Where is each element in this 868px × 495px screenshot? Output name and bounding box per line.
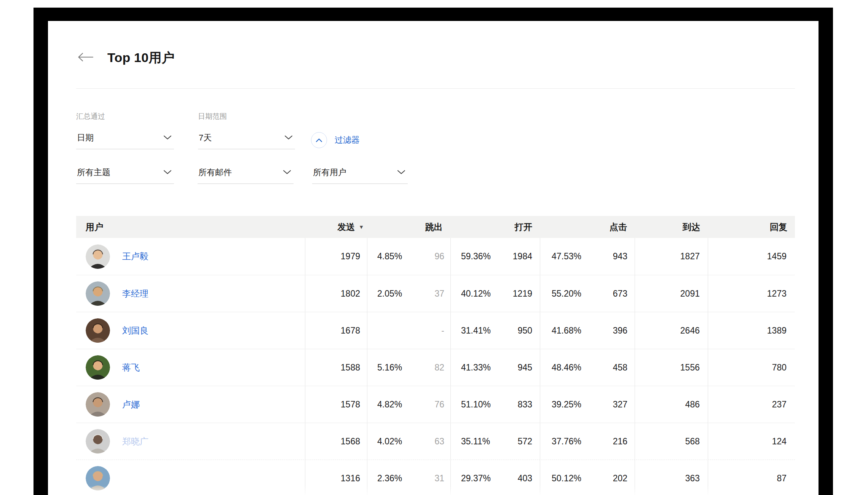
user-cell: 郑晓广 — [76, 423, 305, 460]
bounce-count: 31 — [434, 473, 444, 484]
click-cell: 48.46% 458 — [540, 349, 635, 386]
bounce-count: 82 — [434, 362, 444, 373]
click-count: 673 — [613, 289, 627, 299]
open-percent: 59.36% — [461, 251, 491, 262]
user-cell: 王卢毅 — [76, 238, 305, 275]
delivered-cell: 2091 — [635, 275, 708, 312]
user-name-link[interactable]: 郑晓广 — [122, 436, 148, 447]
sent-cell: 1316 — [305, 460, 367, 495]
user-select[interactable]: 所有用户 — [312, 161, 408, 184]
avatar — [86, 355, 110, 380]
column-header-click: 点击 — [540, 216, 635, 238]
summarize-by-value: 日期 — [77, 132, 94, 144]
summarize-by-label: 汇总通过 — [76, 112, 105, 121]
open-count: 945 — [518, 362, 532, 373]
column-header-user: 用户 — [76, 216, 305, 238]
open-cell: 51.10% 833 — [450, 386, 540, 423]
summarize-by-select[interactable]: 日期 — [76, 126, 174, 149]
delivered-cell: 568 — [635, 423, 708, 460]
open-percent: 51.10% — [461, 399, 491, 410]
user-name-link[interactable]: 王卢毅 — [122, 251, 148, 262]
click-count: 396 — [613, 326, 627, 336]
avatar — [86, 466, 110, 490]
delivered-cell: 2646 — [635, 312, 708, 349]
open-count: 833 — [518, 399, 532, 410]
date-range-select[interactable]: 7天 — [198, 126, 295, 149]
click-percent: 48.46% — [552, 362, 581, 373]
avatar — [86, 318, 110, 343]
delivered-cell: 486 — [635, 386, 708, 423]
user-name-link[interactable]: 蒋飞 — [122, 362, 140, 374]
user-cell: 卢娜 — [76, 386, 305, 423]
click-percent: 39.25% — [552, 399, 581, 410]
column-header-sent[interactable]: 发送 ▼ — [305, 216, 367, 238]
open-count: 1219 — [513, 289, 532, 299]
user-cell: 刘国良 — [76, 312, 305, 349]
user-name-link[interactable]: 刘国良 — [122, 325, 148, 337]
delivered-cell: 1827 — [635, 238, 708, 275]
date-range-value: 7天 — [199, 132, 212, 144]
open-count: 572 — [518, 436, 532, 447]
sort-desc-icon: ▼ — [359, 224, 364, 230]
email-value: 所有邮件 — [198, 167, 232, 178]
open-cell: 31.41% 950 — [450, 312, 540, 349]
filter-toggle-label: 过滤器 — [335, 134, 360, 146]
open-cell: 40.12% 1219 — [450, 275, 540, 312]
avatar — [86, 244, 110, 269]
open-percent: 31.41% — [461, 326, 491, 336]
open-percent: 35.11% — [461, 436, 490, 447]
users-table: 用户 发送 ▼ 跳出 打开 点击 到达 回复 王卢毅 1979 — [76, 216, 795, 495]
table-row: 1316 2.36% 31 29.37% 403 50.12% 202 363 … — [76, 460, 795, 495]
table-row: 蒋飞 1588 5.16% 82 41.33% 945 48.46% 458 1… — [76, 349, 795, 386]
chevron-down-icon — [284, 134, 293, 141]
click-count: 216 — [613, 436, 627, 447]
column-header-open: 打开 — [450, 216, 540, 238]
bounce-count: 76 — [434, 399, 444, 410]
topic-value: 所有主题 — [77, 167, 110, 178]
open-cell: 29.37% 403 — [450, 460, 540, 495]
column-header-sent-label: 发送 — [337, 221, 355, 233]
open-count: 1984 — [513, 251, 532, 262]
bounce-percent: 4.02% — [377, 436, 402, 447]
bounce-percent: 4.85% — [377, 251, 402, 262]
user-name-link[interactable]: 卢娜 — [122, 399, 140, 410]
user-name-link[interactable]: 李经理 — [122, 288, 148, 300]
sent-cell: 1802 — [305, 275, 367, 312]
column-header-delivered: 到达 — [635, 216, 708, 238]
bounce-count: 63 — [434, 436, 444, 447]
sent-cell: 1568 — [305, 423, 367, 460]
table-row: 王卢毅 1979 4.85% 96 59.36% 1984 47.53% 943… — [76, 238, 795, 275]
filter-toggle-button[interactable]: 过滤器 — [311, 132, 360, 148]
table-row: 李经理 1802 2.05% 37 40.12% 1219 55.20% 673… — [76, 275, 795, 312]
reply-cell: 237 — [708, 386, 795, 423]
sent-cell: 1588 — [305, 349, 367, 386]
bounce-cell: 5.16% 82 — [367, 349, 450, 386]
click-count: 458 — [613, 362, 627, 373]
bounce-cell: - — [367, 312, 450, 349]
reply-cell: 87 — [708, 460, 795, 495]
open-percent: 29.37% — [461, 473, 491, 484]
click-percent: 55.20% — [552, 289, 581, 299]
column-header-reply: 回复 — [708, 216, 795, 238]
date-range-label: 日期范围 — [198, 112, 227, 121]
click-count: 327 — [613, 399, 627, 410]
page-title: Top 10用户 — [107, 49, 175, 67]
user-cell: 李经理 — [76, 275, 305, 312]
bounce-cell: 2.36% 31 — [367, 460, 450, 495]
bounce-count: 96 — [434, 251, 444, 262]
chevron-down-icon — [163, 134, 172, 141]
email-select[interactable]: 所有邮件 — [198, 161, 294, 184]
open-percent: 41.33% — [461, 362, 491, 373]
open-cell: 35.11% 572 — [450, 423, 540, 460]
reply-cell: 124 — [708, 423, 795, 460]
table-row: 刘国良 1678 - 31.41% 950 41.68% 396 2646 13… — [76, 312, 795, 349]
bounce-percent: 4.82% — [377, 399, 402, 410]
avatar — [86, 281, 110, 306]
click-percent: 41.68% — [552, 326, 581, 336]
sent-cell: 1979 — [305, 238, 367, 275]
avatar — [86, 429, 110, 453]
topic-select[interactable]: 所有主题 — [76, 161, 174, 184]
back-button[interactable] — [76, 51, 94, 65]
click-cell: 50.12% 202 — [540, 460, 635, 495]
table-header-row: 用户 发送 ▼ 跳出 打开 点击 到达 回复 — [76, 216, 795, 238]
